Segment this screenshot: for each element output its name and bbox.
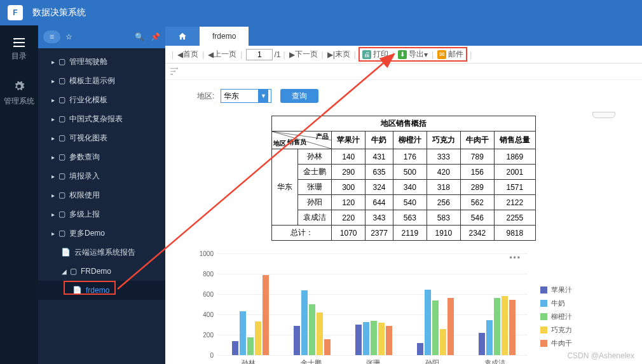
rail-catalog-label: 目录	[11, 51, 27, 62]
bar-group	[417, 290, 454, 355]
bar[interactable]	[417, 343, 423, 355]
export-icon: ⬇	[398, 50, 407, 59]
print-icon: 🖨	[362, 50, 371, 59]
settings-icon[interactable]	[169, 67, 179, 77]
chevron-down-icon: ▼	[258, 90, 268, 102]
sidebar: ≡ ☆ 🔍 📌 ▸▢管理驾驶舱▸▢模板主题示例▸▢行业化模板▸▢中国式复杂报表▸…	[38, 25, 165, 364]
bar[interactable]	[502, 296, 508, 355]
filter-bar: 地区: 华东 ▼ 查询	[191, 89, 617, 103]
region-label: 地区:	[197, 91, 214, 102]
highlight-tree-item	[64, 281, 116, 295]
bar-group	[479, 296, 516, 355]
app-title: 数据决策系统	[32, 7, 86, 18]
report-toolbar: | ◀首页 | ◀上一页 | /1 | ▶下一页 | ▶|末页 | 🖨打印 | …	[165, 46, 642, 64]
tab-frdemo[interactable]: frdemo	[200, 27, 249, 46]
content: frdemo | ◀首页 | ◀上一页 | /1 | ▶下一页 | ▶|末页 |…	[165, 25, 642, 364]
home-icon	[178, 32, 187, 41]
rail-system-label: 管理系统	[4, 96, 34, 107]
x-label: 袁成洁	[484, 358, 505, 364]
bar[interactable]	[447, 298, 454, 355]
svg-point-3	[14, 38, 16, 40]
legend-item[interactable]: 柳橙汁	[540, 312, 572, 321]
bar[interactable]	[301, 290, 308, 355]
tree-folder[interactable]: ▸▢模板主题示例	[38, 71, 165, 90]
tree-folder-frdemo[interactable]: ◢▢FRDemo	[38, 262, 165, 281]
bar[interactable]	[294, 326, 300, 355]
tab-home[interactable]	[165, 27, 200, 46]
bar[interactable]	[355, 325, 362, 355]
bar-chart: ••• 02004006008001000孙林金士鹏张珊孙阳袁成洁	[197, 253, 528, 364]
tree-folder[interactable]: ▸▢参数查询	[38, 147, 165, 166]
region-select[interactable]: 华东 ▼	[221, 89, 271, 103]
bar[interactable]	[263, 275, 269, 355]
tree-folder[interactable]: ▸▢管理驾驶舱	[38, 52, 165, 71]
bar[interactable]	[494, 298, 500, 355]
star-icon[interactable]: ☆	[65, 32, 72, 41]
top-bar: F 数据决策系统	[0, 0, 642, 25]
tree-folder[interactable]: ▸▢多级上报	[38, 205, 165, 224]
bar[interactable]	[324, 339, 331, 355]
gear-icon	[13, 81, 25, 92]
tree-leaf[interactable]: 📄云端运维系统报告	[38, 243, 165, 262]
sidebar-list-icon[interactable]: ≡	[43, 30, 60, 43]
logo-icon: F	[8, 5, 23, 20]
legend-item[interactable]: 苹果汁	[540, 285, 572, 295]
tab-bar: frdemo	[165, 25, 642, 46]
tree-folder[interactable]: ▸▢可视化图表	[38, 128, 165, 147]
bar[interactable]	[440, 329, 446, 355]
mail-icon: ✉	[437, 50, 446, 59]
bar[interactable]	[240, 311, 246, 355]
bar[interactable]	[232, 341, 238, 355]
sales-table: 地区销售概括产品销售员地区苹果汁牛奶柳橙汁巧克力牛肉干销售总量华东孙林14043…	[271, 116, 536, 241]
sidebar-toolbar: ≡ ☆ 🔍 📌	[38, 25, 165, 48]
export-button[interactable]: ⬇导出 ▾	[397, 49, 429, 60]
next-page-button[interactable]: ▶下一页	[288, 49, 319, 60]
legend: 苹果汁牛奶柳橙汁巧克力牛肉干	[540, 253, 572, 364]
bar[interactable]	[371, 321, 377, 355]
chart-area: ••• 02004006008001000孙林金士鹏张珊孙阳袁成洁 苹果汁牛奶柳…	[191, 253, 617, 364]
page-input[interactable]	[246, 49, 273, 60]
scroll-handle[interactable]	[592, 112, 615, 118]
legend-item[interactable]: 巧克力	[540, 325, 572, 335]
bar[interactable]	[386, 326, 392, 355]
last-page-button[interactable]: ▶|末页	[326, 49, 352, 60]
watermark: CSDN @Ashenelex	[567, 351, 634, 360]
rail-catalog[interactable]: 目录	[11, 38, 27, 62]
rail-system[interactable]: 管理系统	[4, 81, 34, 107]
tree-folder[interactable]: ▸▢中国式复杂报表	[38, 109, 165, 128]
tree-folder[interactable]: ▸▢更多Demo	[38, 224, 165, 243]
legend-item[interactable]: 牛肉干	[540, 339, 572, 348]
bar[interactable]	[509, 300, 516, 355]
search-icon[interactable]: 🔍	[135, 32, 144, 41]
report-body: 地区: 华东 ▼ 查询 地区销售概括产品销售员地区苹果汁牛奶柳橙汁巧克力牛肉干销…	[165, 80, 642, 364]
bar[interactable]	[317, 313, 323, 355]
bar[interactable]	[309, 304, 315, 355]
bar[interactable]	[363, 322, 369, 355]
mail-button[interactable]: ✉邮件	[436, 49, 465, 60]
region-value: 华东	[224, 91, 239, 102]
bar[interactable]	[432, 300, 439, 355]
bar[interactable]	[479, 333, 485, 355]
highlight-box: 🖨打印 | ⬇导出 ▾ | ✉邮件	[359, 47, 467, 62]
sub-toolbar	[165, 64, 642, 80]
tree-folder[interactable]: ▸▢行业化模板	[38, 90, 165, 109]
page-total: /1	[274, 50, 280, 59]
bar-group	[232, 275, 269, 355]
bar[interactable]	[378, 323, 385, 355]
query-button[interactable]: 查询	[280, 89, 318, 103]
x-label: 孙林	[242, 358, 256, 364]
bar[interactable]	[247, 337, 254, 355]
pin-icon[interactable]: 📌	[151, 32, 160, 41]
prev-page-button[interactable]: ◀上一页	[207, 49, 238, 60]
bar[interactable]	[425, 290, 431, 355]
tree-folder[interactable]: ▸▢权限使用	[38, 185, 165, 205]
x-label: 张珊	[366, 358, 380, 364]
svg-point-8	[176, 67, 178, 69]
left-rail: 目录 管理系统	[0, 25, 38, 364]
print-button[interactable]: 🖨打印	[361, 49, 390, 60]
tree-folder[interactable]: ▸▢填报录入	[38, 166, 165, 185]
first-page-button[interactable]: ◀首页	[176, 49, 200, 60]
bar[interactable]	[255, 321, 261, 355]
legend-item[interactable]: 牛奶	[540, 299, 572, 308]
bar[interactable]	[486, 320, 493, 355]
